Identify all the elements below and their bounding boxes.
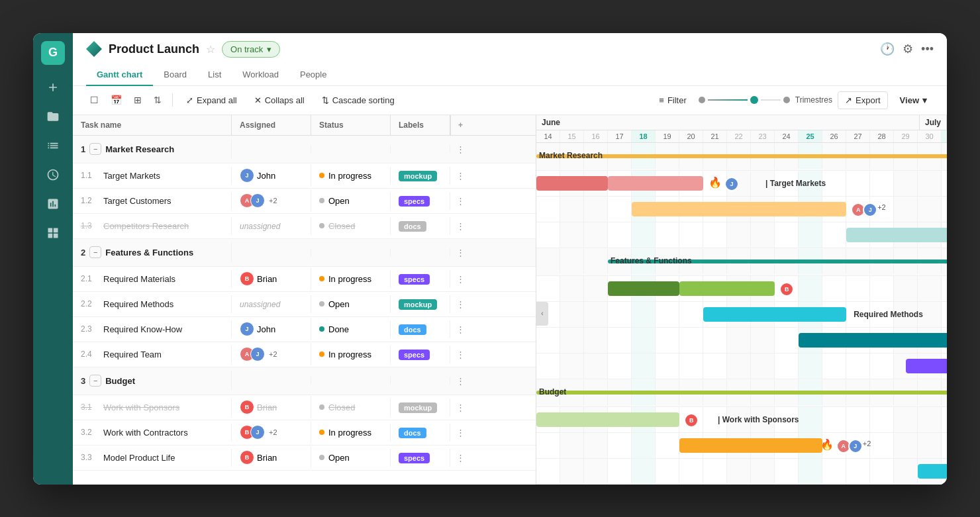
extra-count: +2	[269, 197, 277, 205]
status-dot	[319, 223, 324, 228]
label-badge: specs	[399, 274, 430, 285]
group-icon[interactable]: ⊞	[130, 91, 146, 109]
row-more-button[interactable]: ⋮	[450, 346, 470, 363]
calendar-icon[interactable]: 📅	[107, 91, 126, 109]
section-more-button[interactable]: ⋮	[450, 372, 470, 390]
sidebar-icon-chart[interactable]	[41, 192, 65, 216]
label-cell: mockup	[391, 295, 450, 313]
label-badge: specs	[399, 453, 430, 463]
favorite-icon[interactable]: ☆	[206, 43, 215, 56]
extra-count: +2	[269, 350, 277, 358]
app-logo[interactable]: G	[41, 41, 65, 65]
fire-icon: 🔥	[820, 438, 834, 451]
row-more-button[interactable]: ⋮	[450, 270, 470, 288]
sidebar-icon-folder[interactable]	[41, 105, 65, 128]
collapse-button[interactable]: −	[89, 375, 101, 387]
gantt-day-label: 20	[679, 130, 703, 142]
collapse-button[interactable]: −	[89, 246, 101, 258]
label-cell: specs	[391, 346, 450, 363]
status-dot	[319, 326, 324, 332]
gantt-avatar: J	[724, 177, 739, 191]
gantt-bar[interactable]	[703, 307, 846, 322]
gantt-bar[interactable]	[679, 438, 822, 453]
sidebar-icon-add[interactable]	[41, 75, 65, 99]
gantt-bar[interactable]	[632, 202, 846, 216]
tab-workload[interactable]: Workload	[232, 64, 289, 86]
gantt-task-row: 🔥J	[536, 328, 947, 353]
gantt-day-label: 21	[703, 130, 727, 142]
status-text: Closed	[328, 221, 355, 231]
assignee-name: Brian	[257, 274, 277, 284]
more-icon[interactable]: •••	[921, 42, 934, 56]
checkbox-icon[interactable]: ☐	[86, 91, 103, 109]
assignee-cell: J John	[232, 164, 311, 187]
gantt-day-label: 27	[846, 130, 870, 142]
view-button[interactable]: View ▾	[893, 92, 934, 109]
row-more-button[interactable]: ⋮	[450, 295, 470, 313]
filter-button[interactable]: ≡ Filter	[652, 92, 693, 109]
status-cell: Closed	[311, 217, 391, 235]
gantt-bar[interactable]	[799, 333, 947, 348]
section-more-button[interactable]: ⋮	[450, 244, 470, 261]
expand-all-button[interactable]: ⤢ Expand all	[179, 92, 244, 109]
gantt-bar[interactable]	[906, 359, 947, 373]
avatar: J	[250, 347, 265, 361]
gantt-chart: June July 141516171819202122232425262728…	[536, 115, 947, 485]
row-more-button[interactable]: ⋮	[450, 217, 470, 235]
export-button[interactable]: ↗ Export	[838, 91, 888, 109]
section-more-button[interactable]: ⋮	[450, 140, 470, 158]
gantt-bar[interactable]	[679, 281, 775, 296]
row-more-button[interactable]: ⋮	[450, 449, 470, 467]
add-column-button[interactable]: +	[450, 115, 470, 135]
gantt-day-label: 25	[799, 130, 822, 142]
gantt-day-label: 16	[584, 130, 608, 142]
collapse-button[interactable]: −	[89, 143, 101, 155]
tab-list[interactable]: List	[197, 64, 232, 86]
gantt-bar[interactable]	[536, 176, 608, 191]
status-badge[interactable]: On track ▾	[222, 41, 280, 58]
tab-people[interactable]: People	[289, 64, 337, 86]
section-assigned	[232, 145, 311, 153]
sort-icon[interactable]: ⇅	[150, 91, 166, 109]
unassigned-label: unassigned	[240, 300, 280, 309]
cascade-sorting-button[interactable]: ⇅ Cascade sorting	[315, 92, 401, 109]
table-row: 2.2 Required Methods unassigned Open moc…	[73, 292, 536, 317]
row-more-button[interactable]: ⋮	[450, 192, 470, 210]
sidebar-icon-grid[interactable]	[41, 221, 65, 245]
status-text: Closed	[328, 402, 355, 412]
section-label	[391, 248, 450, 256]
extra-count: +2	[269, 428, 277, 436]
row-more-button[interactable]: ⋮	[450, 320, 470, 338]
section-number: 1	[81, 144, 85, 154]
gantt-bar[interactable]	[608, 176, 703, 191]
status-cell: In progress	[311, 346, 391, 363]
gantt-bar[interactable]	[918, 464, 947, 479]
task-number: 2.3	[81, 324, 99, 334]
status-text: Open	[328, 299, 350, 309]
fire-icon: 🔥	[709, 176, 722, 189]
row-more-button[interactable]: ⋮	[450, 424, 470, 442]
gantt-task-row: AJ+2	[536, 197, 947, 222]
row-more-button[interactable]: ⋮	[450, 399, 470, 416]
page-header: Product Launch ☆ On track ▾ 🕐 ⚙ ••• Gant…	[73, 33, 947, 86]
collapse-all-button[interactable]: ✕ Collaps all	[248, 92, 311, 109]
tab-gantt-chart[interactable]: Gantt chart	[86, 64, 153, 86]
gantt-bar[interactable]	[608, 281, 679, 296]
section-assigned	[232, 248, 311, 256]
row-more-button[interactable]: ⋮	[450, 167, 470, 185]
history-icon[interactable]: 🕐	[880, 42, 895, 56]
gantt-bar[interactable]	[846, 228, 947, 242]
sidebar-icon-list[interactable]	[41, 134, 65, 158]
task-name: Required Know-How	[103, 324, 182, 334]
section-status	[311, 377, 391, 385]
sidebar-icon-clock[interactable]	[41, 163, 65, 187]
unassigned-label: unassigned	[240, 222, 280, 231]
tab-board[interactable]: Board	[153, 64, 197, 86]
scroll-left-button[interactable]: ‹	[536, 302, 548, 326]
gantt-avatar: J	[848, 439, 863, 453]
settings-icon[interactable]: ⚙	[903, 42, 913, 56]
task-number: 1.3	[81, 221, 99, 230]
status-cell: Open	[311, 295, 391, 313]
gantt-bar[interactable]	[536, 412, 679, 427]
header-actions: 🕐 ⚙ •••	[880, 42, 934, 56]
